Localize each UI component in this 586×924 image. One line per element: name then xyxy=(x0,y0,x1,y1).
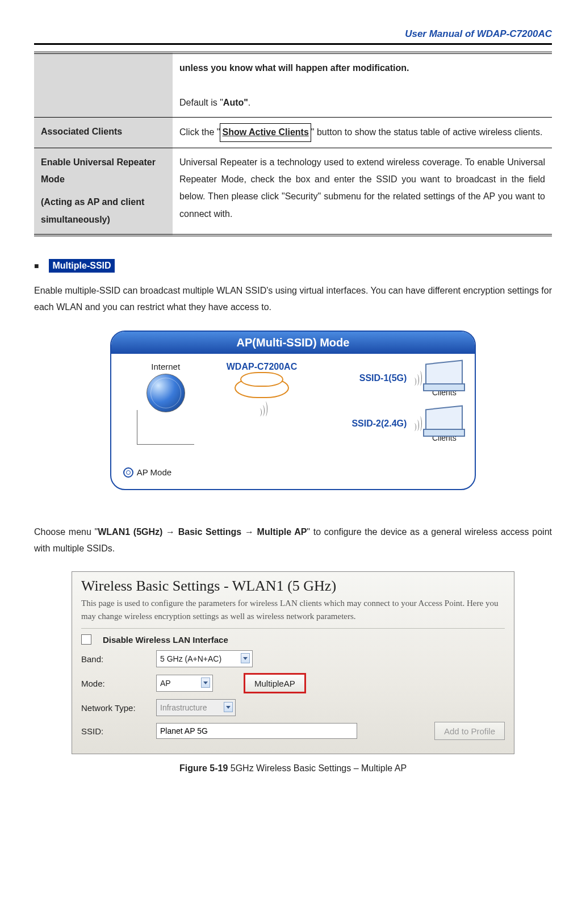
ap-device-icon xyxy=(235,378,289,398)
cell-left: Associated Clients xyxy=(34,118,173,148)
text-pre: Choose menu " xyxy=(34,527,98,537)
panel-title: Wireless Basic Settings - WLAN1 (5 GHz) xyxy=(81,578,505,595)
figure-number: Figure 5-19 xyxy=(179,763,228,773)
menu-path: WLAN1 (5GHz) → Basic Settings → Multiple… xyxy=(98,527,307,537)
warning-text: unless you know what will happen after m… xyxy=(179,63,409,73)
table-row: Enable Universal Repeater Mode (Acting a… xyxy=(34,148,552,235)
figure-text: 5GHz Wireless Basic Settings – Multiple … xyxy=(228,763,407,773)
disable-wlan-label: Disable Wireless LAN Interface xyxy=(103,635,228,645)
mode-label: Mode: xyxy=(81,679,149,688)
laptop-icon xyxy=(425,405,463,434)
cell-left xyxy=(34,53,173,118)
add-to-profile-button: Add to Profile xyxy=(434,722,505,740)
table-row: Associated Clients Click the "Show Activ… xyxy=(34,118,552,148)
cell-right: unless you know what will happen after m… xyxy=(173,53,552,118)
ssid2-label: SSID-2(2.4G) xyxy=(351,419,407,429)
globe-icon xyxy=(146,374,185,412)
row3-title: Enable Universal Repeater Mode xyxy=(41,154,166,189)
ssid1-label: SSID-1(5G) xyxy=(359,373,407,383)
wifi-waves-icon xyxy=(413,371,422,388)
ssid-label: SSID: xyxy=(81,726,149,736)
disable-wlan-checkbox[interactable] xyxy=(81,634,91,645)
square-bullet-icon: ■ xyxy=(34,261,39,270)
multiple-ap-button[interactable]: MultipleAP xyxy=(244,673,306,693)
table-row: unless you know what will happen after m… xyxy=(34,53,552,118)
ring-icon xyxy=(123,467,133,478)
ap-mode-row: AP Mode xyxy=(123,467,208,478)
diagram-title: AP(Multi-SSID) Mode xyxy=(111,332,475,354)
section-badge: Multiple-SSID xyxy=(49,259,114,273)
wifi-waves-icon xyxy=(259,402,267,419)
doc-header: User Manual of WDAP-C7200AC xyxy=(34,28,552,40)
section-intro: Enable multiple-SSID can broadcast multi… xyxy=(34,283,552,316)
wifi-waves-icon xyxy=(413,416,422,433)
text-post: " button to show the status table of act… xyxy=(311,127,543,137)
ssid-input[interactable] xyxy=(156,723,357,739)
default-pre: Default is " xyxy=(179,98,223,107)
default-post: . xyxy=(248,98,250,107)
show-active-clients-button[interactable]: Show Active Clients xyxy=(220,123,311,141)
mode-select[interactable]: AP xyxy=(156,675,213,692)
row3-subtitle: (Acting as AP and client simultaneously) xyxy=(41,194,166,228)
internet-label: Internet xyxy=(123,362,208,371)
settings-screenshot: Wireless Basic Settings - WLAN1 (5 GHz) … xyxy=(72,571,514,754)
menu-path-text: Choose menu "WLAN1 (5GHz) → Basic Settin… xyxy=(34,524,552,557)
band-label: Band: xyxy=(81,654,149,664)
band-select[interactable]: 5 GHz (A+N+AC) xyxy=(156,650,253,667)
text-pre: Click the " xyxy=(179,127,220,137)
figure-caption: Figure 5-19 5GHz Wireless Basic Settings… xyxy=(34,763,552,774)
network-type-label: Network Type: xyxy=(81,703,149,713)
link-line-icon xyxy=(137,410,194,445)
ap-mode-label: AP Mode xyxy=(137,467,171,477)
cell-left: Enable Universal Repeater Mode (Acting a… xyxy=(34,148,173,235)
laptop-icon xyxy=(425,359,463,388)
default-value: Auto" xyxy=(223,98,248,107)
parameter-table: unless you know what will happen after m… xyxy=(34,52,552,236)
network-type-select: Infrastructure xyxy=(156,699,236,716)
panel-description: This page is used to configure the param… xyxy=(81,597,505,629)
device-label: WDAP-C7200AC xyxy=(214,362,310,372)
cell-right: Universal Repeater is a technology used … xyxy=(173,148,552,235)
header-rule xyxy=(34,43,552,45)
section-heading: ■ Multiple-SSID xyxy=(34,259,552,273)
multi-ssid-diagram: AP(Multi-SSID) Mode Internet AP Mode WDA… xyxy=(110,331,476,490)
cell-right: Click the "Show Active Clients" button t… xyxy=(173,118,552,148)
